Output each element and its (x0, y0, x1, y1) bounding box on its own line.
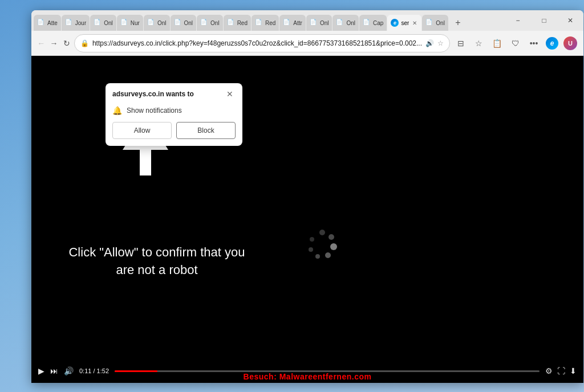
close-button[interactable]: ✕ (557, 11, 583, 30)
tab-label-6: Onl (184, 20, 193, 26)
back-icon: ← (37, 39, 45, 48)
address-bar[interactable]: 🔒 https://adsurveys.co.in/click.php?key=… (74, 34, 450, 52)
tab-favicon-3: 📄 (94, 19, 102, 27)
ellipsis-icon: ••• (530, 39, 538, 48)
tab-item-12[interactable]: 📄 Onl (332, 15, 359, 31)
tab-favicon-8: 📄 (227, 19, 235, 27)
maximize-button[interactable]: □ (531, 11, 557, 30)
url-text: https://adsurveys.co.in/click.php?key=f4… (92, 39, 422, 47)
tab-label-3: Onl (104, 20, 113, 26)
tab-label-14: ser (401, 20, 409, 26)
tab-label-5: Onl (157, 20, 167, 26)
block-button[interactable]: Block (176, 122, 236, 139)
tab-label-15: Onl (436, 20, 445, 26)
window-controls: − □ ✕ (505, 10, 583, 31)
tab-label-2: Jour (75, 20, 86, 26)
minimize-button[interactable]: − (505, 11, 531, 30)
spinner-dot-4 (325, 252, 331, 258)
nav-bar: ← → ↻ 🔒 https://adsurveys.co.in/click.ph… (31, 31, 583, 56)
minimize-icon: − (516, 17, 520, 24)
more-tools-button[interactable]: ••• (525, 35, 542, 52)
tab-item-5[interactable]: 📄 Onl (144, 15, 170, 31)
tab-favicon-6: 📄 (174, 19, 182, 27)
tab-label-4: Nur (131, 20, 140, 26)
watermark: Besuch: Malwareentfernen.com (31, 370, 583, 383)
split-view-button[interactable]: ⊟ (452, 35, 469, 52)
allow-button[interactable]: Allow (112, 122, 172, 139)
tab-favicon-5: 📄 (147, 19, 155, 27)
tab-favicon-1: 📄 (37, 19, 45, 27)
favorites-icon: ☆ (475, 39, 482, 48)
tab-item-7[interactable]: 📄 Onl (197, 15, 223, 31)
refresh-icon: ↻ (63, 39, 70, 48)
tab-label-10: Attr (293, 20, 302, 26)
tab-label-11: Onl (320, 20, 329, 26)
maximize-icon: □ (542, 17, 546, 24)
tab-strip: 📄 Atte 📄 Jour 📄 Onl 📄 Nur 📄 Onl (34, 15, 581, 31)
lock-icon: 🔒 (80, 39, 89, 47)
edge-favicon: e (391, 19, 399, 27)
tab-label-12: Onl (346, 20, 355, 26)
tab-item-10[interactable]: 📄 Attr (279, 15, 306, 31)
read-aloud-icon: 🔊 (425, 39, 434, 47)
tab-label-13: Cap (373, 20, 383, 26)
tab-favicon-11: 📄 (310, 19, 318, 27)
notification-popup: adsurveys.co.in wants to ✕ 🔔 Show notifi… (106, 83, 242, 146)
tab-item-1[interactable]: 📄 Atte (34, 15, 61, 31)
popup-buttons: Allow Block (112, 122, 236, 139)
loading-spinner (305, 227, 339, 261)
tab-item-2[interactable]: 📄 Jour (62, 15, 90, 31)
page-content: adsurveys.co.in wants to ✕ 🔔 Show notifi… (31, 56, 583, 383)
tab-favicon-9: 📄 (255, 19, 263, 27)
spinner-dot-1 (319, 230, 325, 235)
collections-button[interactable]: 📋 (489, 35, 506, 52)
tab-label-7: Onl (210, 20, 220, 26)
watermark-text: Besuch: Malwareentfernen.com (244, 372, 372, 381)
profile-avatar: U (563, 36, 577, 50)
spinner-dot-7 (310, 237, 314, 242)
tab-favicon-12: 📄 (336, 19, 344, 27)
favorites-button[interactable]: ☆ (471, 35, 488, 52)
tab-favicon-4: 📄 (120, 19, 128, 27)
popup-header: adsurveys.co.in wants to ✕ (106, 83, 242, 103)
profile-button[interactable]: U (562, 35, 579, 52)
popup-title: adsurveys.co.in wants to (112, 90, 194, 98)
tab-item-13[interactable]: 📄 Cap (359, 15, 387, 31)
tab-label-1: Atte (47, 20, 58, 26)
back-button[interactable]: ← (36, 34, 46, 52)
robot-text: Click "Allow" to confirm that you are no… (68, 244, 245, 279)
new-tab-button[interactable]: + (450, 15, 466, 31)
robot-text-line1: Click "Allow" to confirm that you (68, 245, 245, 259)
bell-icon: 🔔 (112, 106, 122, 115)
tab-item-8[interactable]: 📄 Red (224, 15, 251, 31)
split-view-icon: ⊟ (457, 39, 464, 48)
tab-item-3[interactable]: 📄 Onl (90, 15, 116, 31)
browser-essentials-button[interactable]: 🛡 (507, 35, 524, 52)
tab-item-6[interactable]: 📄 Onl (171, 15, 197, 31)
tab-favicon-7: 📄 (200, 19, 208, 27)
tab-favicon-2: 📄 (65, 19, 73, 27)
spinner-dot-2 (328, 234, 334, 240)
tab-item-14-active[interactable]: e ser ✕ (387, 15, 421, 31)
tab-label-8: Red (237, 20, 248, 26)
tab-item-4[interactable]: 📄 Nur (117, 15, 143, 31)
desktop: 📄 Atte 📄 Jour 📄 Onl 📄 Nur 📄 Onl (0, 0, 584, 392)
tab-item-15[interactable]: 📄 Onl (422, 15, 448, 31)
favorite-icon: ☆ (437, 39, 444, 47)
forward-button[interactable]: → (48, 34, 59, 52)
tab-item-9[interactable]: 📄 Red (252, 15, 279, 31)
nav-right-icons: ⊟ ☆ 📋 🛡 ••• e U (452, 35, 579, 52)
popup-close-button[interactable]: ✕ (224, 89, 236, 99)
refresh-button[interactable]: ↻ (62, 34, 72, 52)
browser-window: 📄 Atte 📄 Jour 📄 Onl 📄 Nur 📄 Onl (31, 10, 583, 383)
forward-icon: → (50, 39, 58, 48)
tab-close-14[interactable]: ✕ (411, 19, 418, 27)
tab-item-11[interactable]: 📄 Onl (306, 15, 332, 31)
notification-row: 🔔 Show notifications (112, 106, 236, 115)
spinner-dot-6 (309, 247, 313, 252)
copilot-button[interactable]: e (544, 35, 561, 52)
collections-icon: 📋 (492, 39, 502, 48)
tab-favicon-15: 📄 (425, 19, 433, 27)
tab-label-9: Red (265, 20, 275, 26)
tab-favicon-13: 📄 (363, 19, 371, 27)
